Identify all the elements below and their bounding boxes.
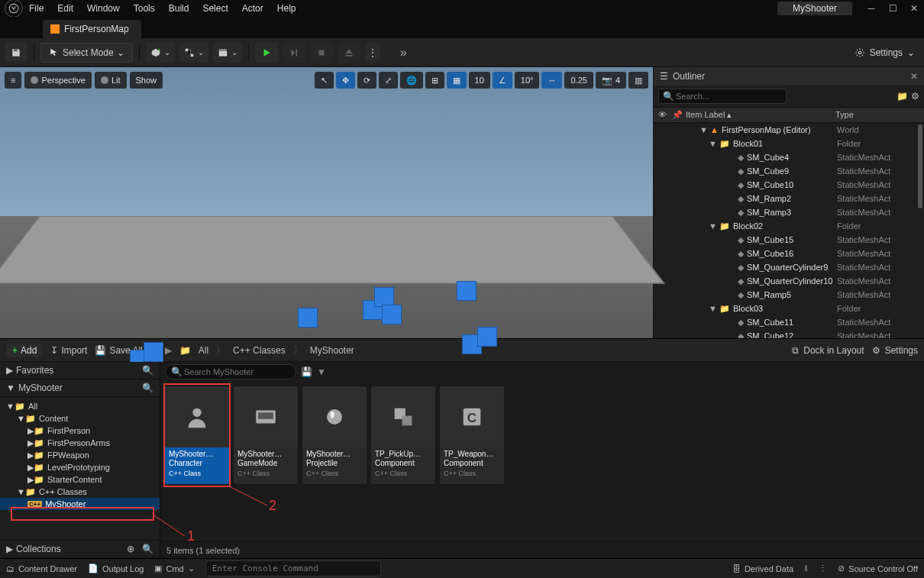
rotate-tool-button[interactable]: ⟳	[357, 72, 376, 89]
scrollbar[interactable]	[918, 124, 922, 208]
cb-search-input[interactable]	[165, 364, 296, 379]
cb-dock-button[interactable]: ⧉Dock in Layout	[792, 345, 864, 356]
cb-asset-grid[interactable]: MyShooter…CharacterC++ ClassMyShooter…Ga…	[160, 382, 924, 541]
outliner-search-input[interactable]	[658, 89, 787, 104]
output-log-button[interactable]: 📄Output Log	[88, 563, 144, 573]
favorites-section[interactable]: ▶Favorites🔍	[0, 362, 160, 379]
angle-snap-button[interactable]: ∠	[493, 72, 512, 89]
cb-tree-item[interactable]: ▶📁FirstPerson	[0, 425, 160, 437]
cb-tree-item[interactable]: ▼📁C++ Classes	[0, 486, 160, 498]
outliner-row[interactable]: ◆SM_Cube16StaticMeshAct	[654, 247, 924, 260]
content-drawer-button[interactable]: 🗂Content Drawer	[6, 564, 77, 573]
search-icon[interactable]: 🔍	[142, 383, 153, 393]
cb-tree-item[interactable]: ▶📁StarterContent	[0, 473, 160, 486]
pin-column-icon[interactable]: 📌	[672, 110, 686, 120]
outliner-row[interactable]: ◆SM_Cube10StaticMeshAct	[654, 178, 924, 192]
world-local-button[interactable]: 🌐	[400, 72, 423, 89]
viewport-perspective-button[interactable]: Perspective	[24, 72, 91, 89]
viewport-menu-button[interactable]: ≡	[5, 72, 21, 89]
save-button[interactable]	[5, 43, 27, 63]
minimize-icon[interactable]: ─	[866, 3, 877, 14]
search-icon[interactable]: 🔍	[142, 544, 153, 554]
cb-add-button[interactable]: +Add	[6, 344, 43, 357]
add-content-button[interactable]: + ⌄	[146, 43, 175, 63]
cb-tree-item[interactable]: ▶📁LevelPrototyping	[0, 461, 160, 473]
folder-icon[interactable]: 📁	[179, 345, 191, 356]
eject-button[interactable]	[338, 43, 360, 63]
scale-snap-button[interactable]: ↔	[541, 72, 562, 89]
stop-button[interactable]	[310, 43, 333, 63]
outliner-row[interactable]: ◆SM_QuarterCylinder9StaticMeshAct	[654, 260, 924, 274]
cb-tree-item[interactable]: C++MyShooter	[0, 498, 160, 510]
outliner-row[interactable]: ▼📁Block03Folder	[654, 302, 924, 315]
cb-tree-item[interactable]: ▶📁FirstPersonArms	[0, 437, 160, 449]
level-viewport[interactable]: ≡ Perspective Lit Show ↖ ✥ ⟳ ⤢ 🌐 ⊞ ▦ 10 …	[0, 67, 653, 338]
console-input[interactable]	[205, 560, 381, 576]
menu-actor[interactable]: Actor	[242, 3, 263, 14]
breadcrumb-item[interactable]: All	[199, 345, 208, 356]
surface-snap-button[interactable]: ⊞	[425, 72, 444, 89]
play-button[interactable]	[255, 43, 278, 63]
outliner-row[interactable]: ◆SM_Ramp5StaticMeshAct	[654, 288, 924, 302]
scale-snap-value[interactable]: 0.25	[564, 72, 593, 89]
breadcrumb-item[interactable]: MyShooter	[310, 345, 354, 356]
cb-tree-item[interactable]: ▼📁All	[0, 400, 160, 412]
outliner-row[interactable]: ◆SM_Cube9StaticMeshAct	[654, 164, 924, 178]
toolbar-settings-button[interactable]: Settings ⌄	[855, 47, 919, 58]
source-control-button[interactable]: ⊘Source Control Off	[838, 563, 918, 573]
outliner-row[interactable]: ▼▲FirstPersonMap (Editor)World	[654, 123, 924, 137]
cb-source-tree[interactable]: ▼📁All▼📁Content▶📁FirstPerson▶📁FirstPerson…	[0, 397, 160, 540]
cmd-dropdown[interactable]: ▣Cmd⌄	[154, 563, 194, 573]
project-name-button[interactable]: MyShooter	[777, 2, 852, 15]
angle-snap-value[interactable]: 10°	[515, 72, 540, 89]
outliner-tree[interactable]: ▼▲FirstPersonMap (Editor)World▼📁Block01F…	[654, 123, 924, 338]
outliner-row[interactable]: ◆SM_Cube4StaticMeshAct	[654, 150, 924, 164]
viewport-layout-button[interactable]: ▥	[628, 72, 648, 89]
menu-tools[interactable]: Tools	[134, 3, 155, 14]
outliner-row[interactable]: ◆SM_Ramp3StaticMeshAct	[654, 205, 924, 219]
outliner-row[interactable]: ◆SM_Cube15StaticMeshAct	[654, 233, 924, 247]
asset-tile[interactable]: CTP_Weapon…ComponentC++ Class	[440, 386, 504, 484]
cb-settings-button[interactable]: ⚙Settings	[872, 345, 918, 356]
viewport-show-button[interactable]: Show	[130, 72, 163, 89]
select-tool-button[interactable]: ↖	[315, 72, 334, 89]
visibility-column-icon[interactable]: 👁	[658, 110, 672, 120]
outliner-row[interactable]: ▼📁Block02Folder	[654, 219, 924, 233]
skip-button[interactable]	[283, 43, 305, 63]
grid-snap-value[interactable]: 10	[469, 72, 490, 89]
project-section[interactable]: ▼MyShooter🔍	[0, 379, 160, 397]
translate-tool-button[interactable]: ✥	[336, 72, 355, 89]
asset-tile[interactable]: MyShooter…GameModeC++ Class	[234, 386, 298, 484]
outliner-row[interactable]: ◆SM_Ramp2StaticMeshAct	[654, 192, 924, 205]
close-icon[interactable]: ✕	[910, 71, 918, 82]
asset-tile[interactable]: MyShooter…CharacterC++ Class	[165, 386, 229, 484]
level-tab[interactable]: FirstPersonMap	[43, 20, 141, 38]
more-icon[interactable]: ⋮	[819, 563, 827, 573]
add-icon[interactable]: ⊕	[127, 544, 134, 554]
menu-build[interactable]: Build	[169, 3, 189, 14]
mode-select-button[interactable]: Select Mode ⌄	[40, 43, 133, 63]
filter-icon[interactable]: ▼	[317, 366, 326, 377]
menu-window[interactable]: Window	[87, 3, 120, 14]
menu-help[interactable]: Help	[277, 3, 296, 14]
save-filter-icon[interactable]: 💾	[301, 366, 312, 377]
menu-edit[interactable]: Edit	[57, 3, 73, 14]
asset-tile[interactable]: MyShooter…ProjectileC++ Class	[302, 386, 367, 484]
cb-tree-item[interactable]: ▶📁FPWeapon	[0, 449, 160, 461]
search-icon[interactable]: 🔍	[142, 365, 153, 376]
grid-snap-button[interactable]: ▦	[447, 72, 467, 89]
gear-icon[interactable]: ⚙	[911, 91, 919, 102]
asset-tile[interactable]: TP_PickUp…ComponentC++ Class	[371, 386, 435, 484]
cinematic-button[interactable]: ⌄	[213, 43, 242, 63]
item-label-column[interactable]: Item Label ▴	[686, 110, 835, 120]
outliner-row[interactable]: ◆SM_Cube11StaticMeshAct	[654, 315, 924, 329]
cb-import-button[interactable]: ↧Import	[50, 345, 87, 356]
play-options-button[interactable]: ⋮	[365, 43, 380, 63]
blueprint-button[interactable]: ⌄	[179, 43, 208, 63]
close-icon[interactable]: ✕	[909, 3, 919, 14]
cb-tree-item[interactable]: ▼📁Content	[0, 412, 160, 425]
expand-chevron-icon[interactable]: »	[400, 46, 407, 60]
menu-file[interactable]: File	[29, 3, 44, 14]
viewport-lit-button[interactable]: Lit	[95, 72, 127, 89]
outliner-row[interactable]: ▼📁Block01Folder	[654, 137, 924, 150]
